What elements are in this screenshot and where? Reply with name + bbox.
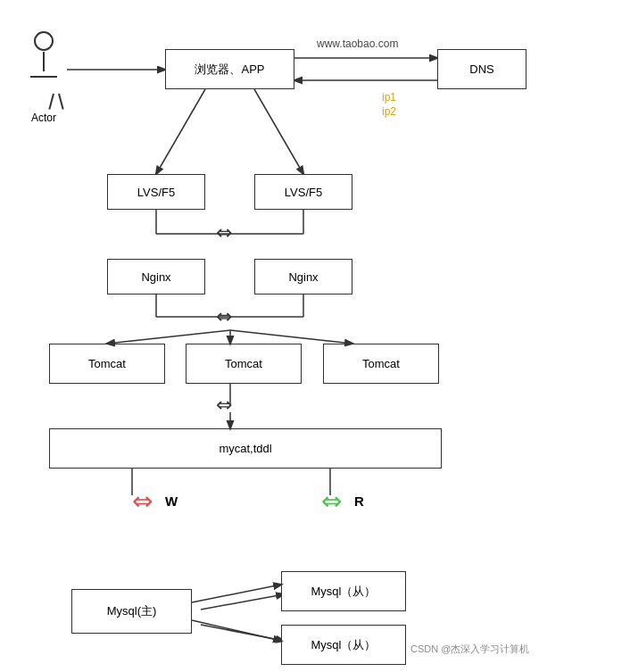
svg-line-11: [107, 330, 230, 344]
write-label: W: [165, 494, 178, 509]
tomcat1-label: Tomcat: [88, 357, 126, 370]
svg-line-4: [254, 89, 303, 174]
actor-body: [43, 52, 45, 71]
lvs2-label: LVS/F5: [285, 186, 322, 199]
svg-line-5: [201, 594, 284, 610]
lvs1-label: LVS/F5: [137, 186, 175, 199]
nginx2-label: Nginx: [288, 270, 318, 284]
nginx2-box: Nginx: [254, 259, 352, 295]
mycat-box: mycat,tddl: [49, 428, 442, 469]
mysql-slave2-box: Mysql（从）: [281, 625, 406, 665]
actor: Actor: [31, 31, 56, 124]
actor-leg-right: [58, 94, 64, 110]
read-label: R: [354, 494, 364, 509]
lvs2-box: LVS/F5: [254, 174, 352, 210]
mycat-label: mycat,tddl: [219, 442, 271, 455]
tomcat2-box: Tomcat: [186, 344, 302, 384]
taobao-label: www.taobao.com: [317, 37, 398, 50]
svg-line-3: [156, 89, 205, 174]
tomcat-mycat-arrow: ⇔: [216, 394, 232, 417]
ip2-label: ip2: [382, 105, 396, 118]
actor-leg-left: [48, 94, 54, 110]
mysql-master-box: Mysql(主): [71, 589, 192, 634]
mysql-master-label: Mysql(主): [107, 603, 157, 619]
write-arrow: ⇔: [132, 486, 153, 516]
nginx1-label: Nginx: [141, 270, 170, 284]
svg-line-23: [192, 620, 281, 641]
nginx1-box: Nginx: [107, 259, 205, 295]
svg-line-13: [230, 330, 352, 344]
actor-head: [34, 31, 54, 51]
actor-label: Actor: [31, 112, 56, 124]
read-arrow: ⇔: [321, 486, 342, 516]
ip1-label: ip1: [382, 91, 396, 104]
tomcat3-label: Tomcat: [362, 357, 400, 370]
dns-box: DNS: [437, 49, 526, 89]
mysql-slave1-box: Mysql（从）: [281, 571, 406, 611]
diagram: Actor 浏览器、APP DNS www.taobao.com ip1 ip2…: [0, 0, 630, 672]
mysql-slave2-label: Mysql（从）: [311, 637, 377, 653]
browser-box: 浏览器、APP: [165, 49, 294, 89]
svg-line-22: [192, 585, 281, 602]
nginx-tomcat-arrow: ⇔: [216, 305, 232, 328]
svg-line-6: [201, 625, 284, 641]
mysql-slave1-label: Mysql（从）: [311, 584, 377, 600]
dns-label: DNS: [469, 62, 493, 76]
tomcat2-label: Tomcat: [225, 357, 262, 370]
browser-label: 浏览器、APP: [195, 62, 264, 78]
actor-arms: [30, 76, 57, 78]
tomcat3-box: Tomcat: [323, 344, 439, 384]
tomcat1-box: Tomcat: [49, 344, 165, 384]
csdn-label: CSDN @杰深入学习计算机: [410, 643, 529, 656]
lvs1-box: LVS/F5: [107, 174, 205, 210]
lvs-nginx-arrow: ⇔: [216, 221, 232, 245]
